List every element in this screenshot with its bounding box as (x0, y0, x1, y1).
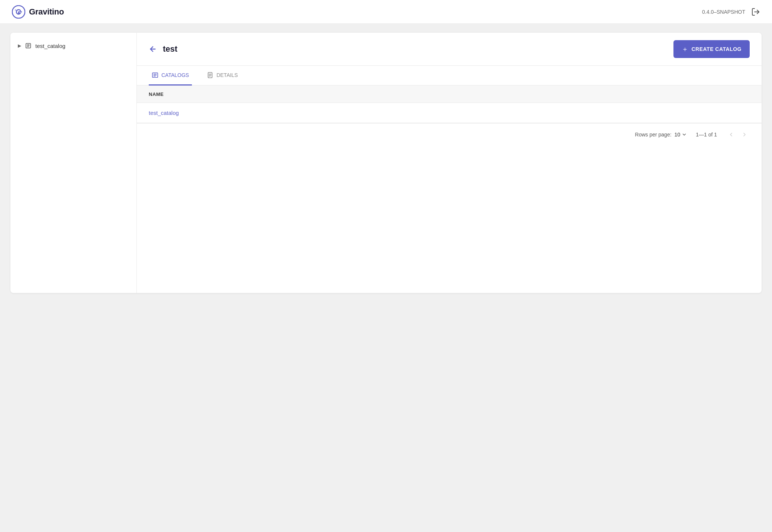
pagination-info: 1—1 of 1 (696, 132, 717, 138)
catalogs-tab-icon (152, 72, 158, 78)
table-container: NAME test_catalog (137, 86, 762, 123)
pagination-nav (726, 129, 750, 140)
rows-per-page-value: 10 (675, 132, 681, 138)
tab-catalogs-label: CATALOGS (161, 72, 189, 78)
header: Gravitino 0.4.0–SNAPSHOT (0, 0, 772, 24)
catalog-icon (25, 42, 32, 49)
plus-icon: ＋ (682, 45, 689, 54)
panel-header: test ＋ CREATE CATALOG (137, 33, 762, 66)
panel-title-area: test (149, 44, 177, 54)
content-panel: test ＋ CREATE CATALOG CATALOGS (137, 33, 762, 293)
sidebar-panel: ▶ test_catalog (10, 33, 137, 293)
table-header-row: NAME (137, 86, 762, 103)
logout-icon[interactable] (751, 7, 760, 16)
logo-text: Gravitino (29, 7, 64, 17)
details-tab-icon (207, 72, 213, 78)
logo: Gravitino (12, 5, 64, 19)
tab-details[interactable]: DETAILS (204, 66, 241, 86)
rows-per-page-select[interactable]: 10 (675, 132, 687, 138)
header-right: 0.4.0–SNAPSHOT (702, 7, 760, 16)
next-page-button[interactable] (739, 129, 750, 140)
expand-icon: ▶ (18, 43, 21, 48)
catalog-name-link[interactable]: test_catalog (149, 110, 179, 116)
tab-catalogs[interactable]: CATALOGS (149, 66, 192, 86)
version-label: 0.4.0–SNAPSHOT (702, 9, 745, 15)
panel-container: ▶ test_catalog (10, 33, 762, 293)
column-name-header: NAME (149, 91, 164, 97)
svg-point-1 (15, 9, 16, 11)
main-content: ▶ test_catalog (0, 24, 772, 532)
rows-per-page-label: Rows per page: (635, 132, 672, 138)
rows-per-page: Rows per page: 10 (635, 132, 687, 138)
sidebar-item-label: test_catalog (35, 43, 65, 49)
back-button[interactable] (149, 45, 157, 53)
gravitino-logo-icon (12, 5, 25, 19)
panel-title: test (163, 44, 177, 54)
dropdown-icon (682, 132, 687, 137)
sidebar-item-test-catalog[interactable]: ▶ test_catalog (10, 39, 136, 53)
tabs-bar: CATALOGS DETAILS (137, 66, 762, 86)
prev-page-button[interactable] (726, 129, 736, 140)
table-row: test_catalog (137, 103, 762, 123)
pagination-bar: Rows per page: 10 1—1 of 1 (137, 123, 762, 146)
create-catalog-label: CREATE CATALOG (691, 46, 742, 52)
tab-details-label: DETAILS (216, 72, 238, 78)
create-catalog-button[interactable]: ＋ CREATE CATALOG (673, 40, 750, 58)
